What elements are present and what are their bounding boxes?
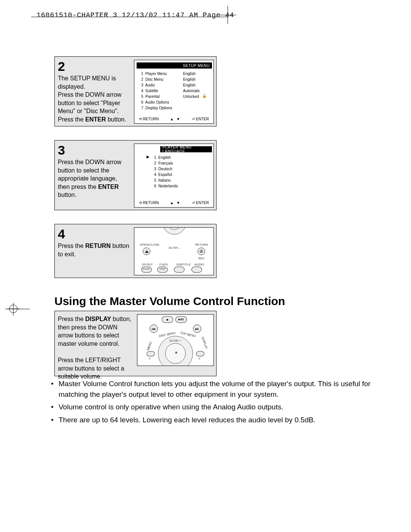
arrow-icons: ▲ ▼ <box>170 201 181 205</box>
label-spslp: SP/SLP <box>142 263 153 266</box>
text: Press the <box>58 116 85 123</box>
text: Press the <box>58 243 85 249</box>
label-t-left: T <box>149 357 151 361</box>
text-bold: DISPLAY <box>85 316 111 322</box>
volume-text: Press the DISPLAY button, then press the… <box>58 315 132 381</box>
label-slow-plus: SLOW + <box>169 339 181 342</box>
crop-mark <box>5 309 30 309</box>
step-number: 2 <box>58 59 65 74</box>
step-3-panel: 3 Press the DOWN arrow button to select … <box>54 140 217 210</box>
section-title: Using the Master Volume Control Function <box>54 295 285 308</box>
label-display: DISPLAY <box>201 336 209 349</box>
bullet-item: There are up to 64 levels. Lowering each… <box>49 415 385 425</box>
lock-icon: 🔓 <box>202 94 207 98</box>
step-number: 3 <box>58 143 65 158</box>
prev-button: ⏮ <box>150 324 158 333</box>
osd-setup-items: 1 Player Menu 2 Disc Menu 3 Audio 4 Subt… <box>141 71 172 111</box>
remote-illustration-2: ■ ▶/𝗜𝗜 ⏮ ⏭ DISC MENU TOP MENU MENU DISPL… <box>137 314 214 366</box>
step-2-text: The SETUP MENU is displayed. Press the D… <box>58 74 130 124</box>
enter-label: ENTER <box>192 201 209 205</box>
remote-illustration-1: OPEN/CLOSE RETURN SLOW – ⏏ ⦿ REC SP/SLP … <box>134 227 214 275</box>
label-zoom: ZOOM <box>143 268 150 270</box>
text: button. <box>106 116 126 123</box>
label-subtitle: SUBTITLE <box>176 263 191 266</box>
text: Press the <box>58 316 85 322</box>
open-close-button: ⏏ <box>143 248 150 255</box>
text: Press the LEFT/RIGHT arrow buttons to se… <box>58 357 124 380</box>
return-label: RETURN <box>139 201 159 205</box>
osd-setup-menu: SETUP MENU 1 Player Menu 2 Disc Menu 3 A… <box>134 60 214 124</box>
step-2-panel: 2 The SETUP MENU is displayed. Press the… <box>54 56 217 126</box>
osd-title: SETUP MENU <box>137 62 212 69</box>
t-button-right <box>196 351 204 356</box>
text-bold: RETURN <box>85 243 111 249</box>
enter-label: ENTER <box>192 117 209 121</box>
label-open-close: OPEN/CLOSE <box>140 243 159 246</box>
label-t-right: T <box>198 357 200 361</box>
cursor-icon: ▶ <box>147 155 150 159</box>
volume-panel: Press the DISPLAY button, then press the… <box>54 311 217 376</box>
step-4-panel: 4 Press the RETURN button to exit. OPEN/… <box>54 224 217 278</box>
label-menu: MENU <box>147 341 153 351</box>
text-bold: ENTER <box>98 184 119 190</box>
osd-footer: RETURN ▲ ▼ ENTER <box>134 201 213 205</box>
step-4-text: Press the RETURN button to exit. <box>58 242 130 258</box>
label-return: RETURN <box>195 243 208 246</box>
bullet-item: Master Volume Control function lets you … <box>49 379 385 399</box>
dpad <box>162 227 186 235</box>
text: The SETUP MENU is displayed. <box>58 75 116 90</box>
osd-title: PLAYER MENU LANGUAGE <box>160 146 212 152</box>
arrow-icons: ▲ ▼ <box>170 117 181 121</box>
subtitle-button <box>174 267 185 273</box>
step-number: 4 <box>58 227 65 241</box>
step-3-text: Press the DOWN arrow button to select th… <box>58 158 130 199</box>
t-button-left <box>147 351 155 356</box>
osd-setup-values: English English English Automatic Unlock… <box>183 71 200 99</box>
print-meta: 16061510-CHAPTER 3 12/13/02 11:47 AM Pag… <box>37 11 234 19</box>
next-button: ⏭ <box>193 324 201 333</box>
audio-button <box>191 267 202 273</box>
play-pause-button: ▶/𝗜𝗜 <box>175 316 187 323</box>
text: Press the DOWN arrow button to select "P… <box>58 91 121 114</box>
label-step: STEP <box>159 268 166 270</box>
stop-button: ■ <box>162 316 173 323</box>
osd-footer: RETURN ▲ ▼ ENTER <box>134 117 213 121</box>
osd-language-items: 1 English 2 Français 3 Deutsch 4 Español… <box>154 155 178 189</box>
page: 16061510-CHAPTER 3 12/13/02 11:47 AM Pag… <box>0 0 411 532</box>
bullet-list: Master Volume Control function lets you … <box>49 379 385 427</box>
label-slow: SLOW – <box>169 246 180 249</box>
return-label: RETURN <box>139 117 159 121</box>
label-audio: AUDIO <box>194 263 204 266</box>
text: button. <box>58 192 76 198</box>
bullet-item: Volume control is only operative when us… <box>49 402 385 412</box>
up-arrow-icon: ▲ <box>174 350 178 354</box>
osd-language-menu: PLAYER MENU LANGUAGE ▶ 1 English 2 Franç… <box>134 144 214 208</box>
return-button: ⦿ <box>198 248 205 255</box>
text-bold: ENTER <box>85 116 106 123</box>
label-fadv: F.ADV <box>159 263 168 266</box>
label-rec: REC <box>198 257 205 260</box>
